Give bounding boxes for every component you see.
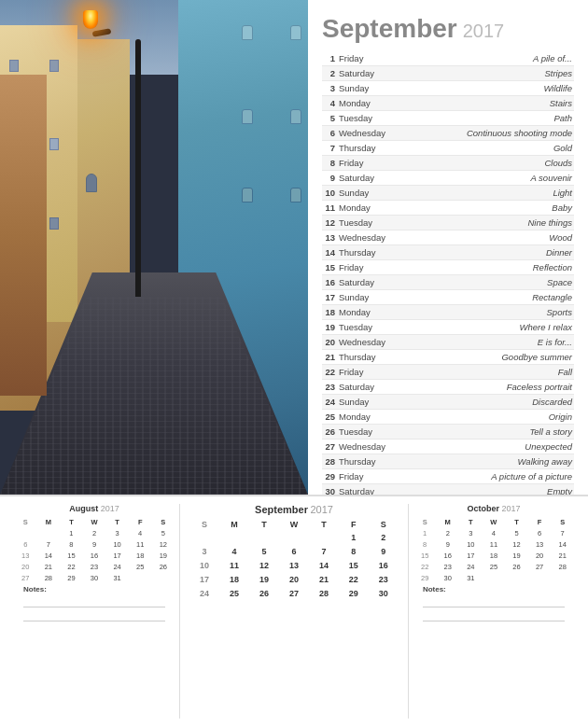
cal-day: 13 <box>279 558 309 572</box>
schedule-row: 15 Friday Reflection <box>322 260 574 275</box>
cal-header: S <box>14 517 37 527</box>
cal-day: 23 <box>83 561 106 572</box>
cal-week-row: 6789101112 <box>14 538 175 550</box>
day-name: Tuesday <box>337 111 402 126</box>
cal-header: S <box>369 519 399 530</box>
schedule-row: 20 Wednesday E is for... <box>322 335 574 350</box>
cal-day: 31 <box>105 572 129 583</box>
cal-day: 28 <box>551 561 574 572</box>
mini-cal-august: August 2017 SMTWTFS123456789101112131415… <box>9 504 179 719</box>
mini-cal-september: September 2017 SMTWTFS123456789101112131… <box>179 504 409 719</box>
schedule-row: 6 Wednesday Continuous shooting mode <box>322 126 574 141</box>
day-name: Thursday <box>337 350 402 365</box>
day-num: 14 <box>322 245 337 260</box>
day-name: Monday <box>337 410 402 425</box>
day-event: Walking away <box>402 454 574 469</box>
cal-day <box>483 572 506 583</box>
cal-day: 31 <box>459 572 483 583</box>
day-name: Thursday <box>337 141 402 156</box>
day-num: 13 <box>322 230 337 245</box>
day-name: Wednesday <box>337 440 402 454</box>
day-num: 17 <box>322 290 337 305</box>
day-name: Friday <box>337 260 402 275</box>
day-event: Tell a story <box>402 425 574 440</box>
day-event: Clouds <box>402 156 574 171</box>
day-name: Monday <box>337 305 402 320</box>
cal-day: 23 <box>369 572 399 586</box>
cal-day: 14 <box>37 550 61 561</box>
cal-day: 8 <box>60 538 83 550</box>
cal-day: 16 <box>369 558 399 572</box>
day-event: Continuous shooting mode <box>402 126 574 141</box>
day-event: E is for... <box>402 335 574 350</box>
cal-week-row: 20212223242526 <box>14 561 175 572</box>
day-name: Saturday <box>337 275 402 290</box>
day-event: Origin <box>402 410 574 425</box>
day-num: 16 <box>322 275 337 290</box>
cal-day: 27 <box>528 561 552 572</box>
day-name: Thursday <box>337 454 402 469</box>
cal-day: 25 <box>129 561 152 572</box>
cal-day: 23 <box>436 561 459 572</box>
day-num: 21 <box>322 350 337 365</box>
day-name: Tuesday <box>337 216 402 230</box>
schedule-row: 16 Saturday Space <box>322 275 574 290</box>
mini-cal-october: October 2017 SMTWTFS12345678910111213141… <box>409 504 579 719</box>
mini-calendars: August 2017 SMTWTFS123456789101112131415… <box>0 496 588 726</box>
cal-day <box>219 530 249 544</box>
day-num: 18 <box>322 305 337 320</box>
day-event: Wildlife <box>402 81 574 96</box>
day-event: Path <box>402 111 574 126</box>
cal-week-row: 12 <box>189 530 399 544</box>
day-event: Dinner <box>402 245 574 260</box>
cal-day: 1 <box>413 527 437 538</box>
cal-day: 12 <box>505 538 528 550</box>
cal-week-row: 10111213141516 <box>189 558 399 572</box>
cal-header: T <box>60 517 83 527</box>
cal-day: 11 <box>219 558 249 572</box>
day-num: 29 <box>322 469 337 484</box>
schedule-row: 22 Friday Fall <box>322 365 574 380</box>
cal-day <box>528 572 552 583</box>
schedule-row: 25 Monday Origin <box>322 410 574 425</box>
schedule-row: 17 Sunday Rectangle <box>322 290 574 305</box>
schedule-row: 11 Monday Baby <box>322 201 574 216</box>
schedule-row: 19 Tuesday Where I relax <box>322 320 574 335</box>
day-name: Friday <box>337 51 402 66</box>
schedule-row: 29 Friday A picture of a picture <box>322 469 574 484</box>
cal-week-row: 2728293031 <box>14 572 175 583</box>
day-num: 3 <box>322 81 337 96</box>
schedule-row: 14 Thursday Dinner <box>322 245 574 260</box>
cal-day: 20 <box>528 550 552 561</box>
day-num: 28 <box>322 454 337 469</box>
cal-day <box>309 530 339 544</box>
day-event: Goodbye summer <box>402 350 574 365</box>
cal-day: 26 <box>151 561 175 572</box>
cal-day: 28 <box>37 572 61 583</box>
cal-day: 26 <box>249 586 279 600</box>
cal-header: T <box>309 519 339 530</box>
cal-day: 15 <box>413 550 437 561</box>
day-name: Sunday <box>337 290 402 305</box>
day-num: 6 <box>322 126 337 141</box>
cal-day <box>279 530 309 544</box>
day-name: Sunday <box>337 186 402 201</box>
cal-header: F <box>528 517 552 527</box>
day-name: Sunday <box>337 81 402 96</box>
cal-day: 29 <box>413 572 437 583</box>
cal-week-row: 891011121314 <box>413 538 574 550</box>
day-num: 30 <box>322 484 337 496</box>
day-name: Sunday <box>337 395 402 410</box>
cal-day: 14 <box>551 538 574 550</box>
day-event: Discarded <box>402 395 574 410</box>
cal-day: 9 <box>436 538 459 550</box>
cal-day: 28 <box>309 586 339 600</box>
cal-day: 24 <box>459 561 483 572</box>
cal-day: 7 <box>551 527 574 538</box>
cal-day: 6 <box>528 527 552 538</box>
cal-day: 6 <box>279 544 309 558</box>
cal-day: 20 <box>14 561 37 572</box>
schedule-row: 5 Tuesday Path <box>322 111 574 126</box>
cal-day: 1 <box>339 530 369 544</box>
top-section: September 2017 1 Friday A pile of... 2 S… <box>0 0 588 495</box>
